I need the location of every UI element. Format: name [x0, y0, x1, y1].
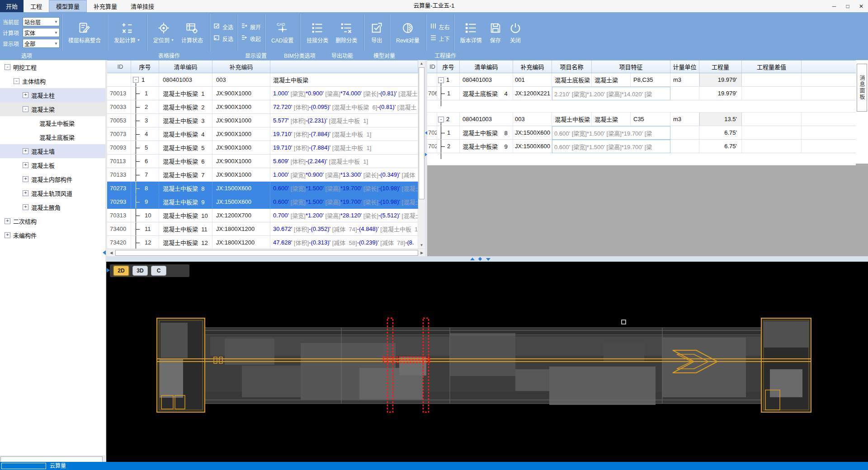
table-row[interactable]: -1080401003001混凝土底板梁混凝土梁P8,C35m319.979' — [427, 73, 856, 87]
column-header-list-code[interactable]: 清单编码 — [159, 61, 212, 73]
table-row[interactable]: 7021混凝土中板梁 8JX:1500X6000.600' [梁宽]*1.500… — [427, 126, 856, 140]
scroll-down-button[interactable]: ▼ — [418, 242, 425, 249]
cell-expression[interactable]: 0.700' [梁宽]*1.200' [梁高]*28.120' [梁长]-(5.… — [270, 209, 418, 222]
tree-item[interactable]: +混凝土内部构件 — [0, 172, 105, 186]
cell-expression[interactable]: 5.609' [体积]-(2.244)' [混凝土中板 1] — [270, 155, 418, 168]
table-row[interactable]: 700734混凝土中板梁 4JX:900X100019.710' [体积]-(7… — [107, 127, 418, 141]
scroll-left-button[interactable]: ◀ — [108, 249, 114, 256]
calc-item-select[interactable]: 实体▼ — [23, 28, 60, 37]
link-classification-button[interactable]: 挂接分类 — [303, 22, 332, 44]
table-row[interactable]: 7031310混凝土中板梁 10JX:1200X7000.700' [梁宽]*1… — [107, 209, 418, 222]
table-row[interactable]: 700332混凝土中板梁 2JX:900X100072.720' [体积]-(0… — [107, 100, 418, 114]
table-row[interactable]: 702738混凝土中板梁 8JX:1500X6000.600' [梁宽]*1.5… — [107, 182, 418, 195]
close-button[interactable]: ✕ — [854, 0, 868, 12]
tree-expander-icon[interactable]: - — [14, 78, 19, 84]
cell-expression[interactable]: 30.672' [体积]-(0.352)' [减体 74]-(4.848)' [… — [270, 222, 418, 235]
tree-item[interactable]: +混凝土板 — [0, 158, 105, 172]
column-header-supp-code[interactable]: 补充编码 — [212, 61, 270, 73]
column-header-id[interactable]: ID — [107, 61, 131, 73]
table-row[interactable]: 701136混凝土中板梁 6JX:900X10005.609' [体积]-(2.… — [107, 155, 418, 168]
save-button[interactable]: 保存 — [486, 22, 505, 44]
table-row[interactable]: 7340011混凝土中板梁 11JX:1800X120030.672' [体积]… — [107, 222, 418, 236]
column-header-supp-code[interactable]: 补充编码 — [513, 61, 552, 73]
floor-elevation-merge-button[interactable]: 楼层标高整合 — [65, 22, 104, 44]
table-row[interactable]: 7342012混凝土中板梁 12JX:1800X120047.628' [体积]… — [107, 236, 418, 249]
table-row[interactable]: 7061混凝土底板梁 4JX:1200X2212.210' [梁宽]*1.200… — [427, 87, 856, 100]
tree-expander-icon[interactable]: - — [5, 64, 10, 70]
cell-expression[interactable]: 1.000' [梁宽]*0.900' [梁高]*13.300' [梁长]-(0.… — [270, 168, 418, 181]
expand-panel-icon[interactable] — [107, 268, 110, 273]
column-header-seq[interactable]: 序号 — [131, 61, 159, 73]
cell-expression[interactable]: 0.600' [梁宽]*1.500' [梁高]*19.700' [梁长]-(10… — [270, 195, 418, 208]
tree-expander-icon[interactable]: + — [5, 232, 10, 238]
close-app-button[interactable]: 关闭 — [505, 22, 525, 44]
middle-table-vertical-scrollbar[interactable]: ▲ ▼ — [418, 60, 425, 249]
expand-up-icon[interactable] — [470, 258, 475, 260]
cell-expression[interactable]: 0.600' [梁宽]*1.500' [梁高]*19.700' [梁 — [552, 140, 670, 153]
view-3d-button[interactable]: 3D — [132, 266, 148, 276]
tree-item[interactable]: +未编构件 — [0, 228, 105, 242]
cad-settings-button[interactable]: CAD CAD设置 — [268, 22, 297, 44]
column-header-list-code[interactable]: 清单编码 — [460, 61, 513, 73]
view-c-button[interactable]: C — [151, 266, 166, 276]
message-panel-tab[interactable]: 消息面板 — [857, 64, 867, 112]
row-expander-icon[interactable]: - — [438, 117, 444, 122]
table-row[interactable]: 700131混凝土中板梁 1JX:900X10001.000' [梁宽]*0.9… — [107, 87, 418, 100]
tree-expander-icon[interactable]: + — [5, 218, 10, 224]
tree-item[interactable]: +混凝土柱 — [0, 88, 105, 102]
table-row[interactable]: -2080401003003混凝土中板梁混凝土梁C35m313.5' — [427, 113, 856, 126]
column-header-unit[interactable]: 计量单位 — [670, 61, 699, 73]
cell-expression[interactable]: 0.600' [梁宽]*1.500' [梁高]*19.700' [梁长]-(10… — [270, 182, 418, 195]
tree-expander-icon[interactable]: + — [23, 204, 28, 210]
column-header-id[interactable]: ID — [427, 61, 437, 73]
tree-item[interactable]: -混凝土梁 — [0, 102, 105, 116]
column-header-seq[interactable]: 序号 — [437, 61, 460, 73]
invert-selection-button[interactable]: 反选 — [213, 34, 233, 42]
column-header-quantity[interactable]: 工程量 — [699, 61, 742, 73]
scrollbar-thumb[interactable] — [115, 250, 418, 256]
tree-item[interactable]: +二次结构 — [0, 214, 105, 228]
table-row[interactable]: 700533混凝土中板梁 3JX:900X10005.577' [体积]-(2.… — [107, 114, 418, 127]
export-button[interactable]: 导出 — [367, 22, 387, 44]
cell-expression[interactable]: 47.628' [体积]-(0.313)' [减体 58]-(0.239)' [… — [270, 236, 418, 249]
cell-expression[interactable]: 1.000' [梁宽]*0.900' [梁高]*74.000' [梁长]-(0.… — [270, 87, 418, 100]
version-details-button[interactable]: 版本详情 — [457, 22, 486, 44]
horizontal-splitter[interactable] — [106, 256, 868, 262]
minimize-button[interactable]: ─ — [827, 0, 841, 12]
table-row[interactable]: 701337混凝土中板梁 7JX:900X10001.000' [梁宽]*0.9… — [107, 168, 418, 182]
column-header-expression[interactable] — [270, 61, 418, 73]
tree-item[interactable]: +混凝土腋角 — [0, 200, 105, 214]
tree-item[interactable]: +混凝土墙 — [0, 144, 105, 158]
tab-list-link[interactable]: 清单挂接 — [124, 0, 161, 12]
tree-expander-icon[interactable]: + — [23, 190, 28, 196]
row-expander-icon[interactable]: - — [438, 77, 444, 83]
cell-expression[interactable]: 19.710' [体积]-(7.884)' [混凝土中板 1] — [270, 127, 418, 141]
cell-expression[interactable]: 混凝土中板梁 — [270, 73, 418, 86]
tree-item[interactable]: 混凝土中板梁 — [0, 116, 105, 130]
column-header-item-name[interactable]: 项目名称 — [552, 61, 592, 73]
row-expander-icon[interactable]: - — [133, 77, 139, 83]
cell-expression[interactable]: 72.720' [体积]-(0.095)' [混凝土中板梁 6]-(0.81)'… — [270, 100, 418, 113]
middle-table-horizontal-scrollbar[interactable]: ◀ ▶ — [107, 249, 425, 257]
delete-classification-button[interactable]: 删除分类 — [332, 22, 361, 44]
locate-to-button[interactable]: 定位到▼ — [150, 22, 178, 44]
tree-expander-icon[interactable]: + — [23, 148, 28, 154]
calculation-status-button[interactable]: 计算状态 — [178, 22, 207, 44]
revit-compare-button[interactable]: Revit对量 — [392, 22, 423, 44]
tab-model-quantity[interactable]: 模型算量 — [49, 0, 87, 12]
maximize-button[interactable]: □ — [841, 0, 854, 12]
tree-item[interactable]: +混凝土轨顶风道 — [0, 186, 105, 200]
split-top-bottom-button[interactable]: 上下 — [430, 34, 450, 42]
table-row[interactable]: 702939混凝土中板梁 9JX:1500X6000.600' [梁宽]*1.5… — [107, 195, 418, 209]
split-left-right-button[interactable]: 左右 — [430, 23, 450, 31]
scroll-right-button[interactable]: ▶ — [419, 249, 425, 256]
column-header-quantity-diff[interactable]: 工程量差值 — [742, 61, 802, 73]
cad-viewport[interactable]: 2D 3D C — [106, 262, 868, 462]
tree-expander-icon[interactable]: - — [23, 106, 28, 112]
cell-expression[interactable]: 19.710' [体积]-(7.884)' [混凝土中板 1] — [270, 141, 418, 154]
tab-project[interactable]: 工程 — [24, 0, 49, 12]
table-row[interactable]: -1080401003003混凝土中板梁 — [107, 73, 418, 87]
table-row[interactable]: 7022混凝土中板梁 9JX:1500X6000.600' [梁宽]*1.500… — [427, 140, 856, 153]
collapse-left-icon[interactable] — [103, 250, 106, 255]
cell-expression[interactable]: 0.600' [梁宽]*1.500' [梁高]*19.700' [梁 — [552, 126, 670, 140]
